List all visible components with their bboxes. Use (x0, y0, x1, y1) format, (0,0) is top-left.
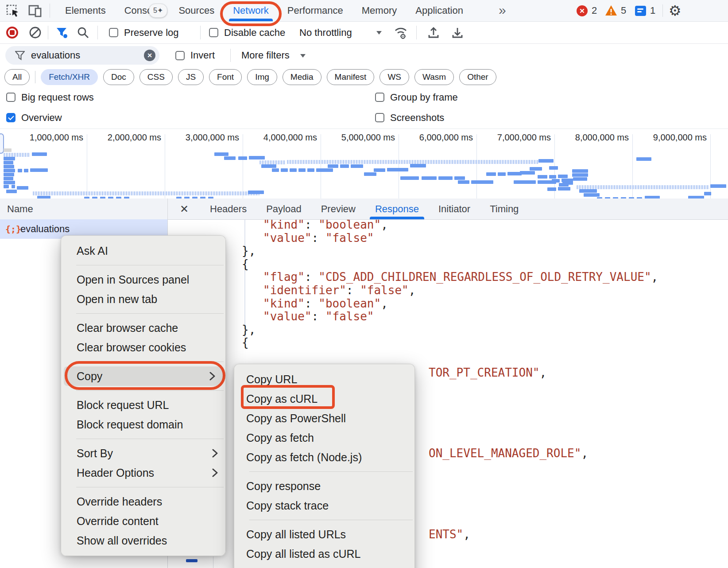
waterfall-bar (4, 169, 15, 172)
toolbar-divider (416, 26, 417, 39)
close-detail-icon[interactable]: ✕ (180, 198, 189, 219)
waterfall-bar (287, 160, 538, 164)
menu-item-open-in-new-tab[interactable]: Open in new tab (61, 289, 225, 309)
response-json-line: }, (242, 323, 256, 336)
chip-js[interactable]: JS (178, 69, 204, 85)
pretty-print-icon[interactable] (186, 559, 197, 562)
menu-item-block-request-url[interactable]: Block request URL (61, 395, 225, 415)
big-request-rows-checkbox[interactable] (6, 93, 15, 102)
overview-checkbox[interactable] (6, 113, 15, 122)
more-filters-button[interactable]: More filters (241, 44, 290, 67)
menu-separator (76, 362, 224, 362)
menu-item-sort-by[interactable]: Sort By (61, 444, 225, 463)
response-json-line: ON_LEVEL_MANAGED_ROLE", (429, 447, 588, 460)
detail-tab-headers[interactable]: Headers (200, 198, 256, 219)
menu-item-copy-all-listed-urls[interactable]: Copy all listed URLs (234, 525, 414, 544)
chip-img[interactable]: Img (247, 69, 277, 85)
chip-doc[interactable]: Doc (103, 69, 134, 85)
record-icon[interactable] (6, 27, 18, 39)
menu-item-copy-as-curl[interactable]: Copy as cURL (234, 389, 414, 408)
inspect-icon[interactable] (6, 4, 19, 18)
menu-item-copy-stack-trace[interactable]: Copy stack trace (234, 496, 414, 515)
toolbar-divider (48, 26, 48, 39)
tab-application[interactable]: Application (406, 0, 472, 21)
waterfall-bar (498, 172, 506, 176)
tab-network[interactable]: Network (224, 0, 278, 21)
menu-item-override-headers[interactable]: Override headers (61, 492, 225, 511)
settings-gear-icon[interactable]: ⚙ (669, 0, 682, 21)
disable-cache-checkbox[interactable] (209, 28, 218, 37)
name-column-header[interactable]: Name (7, 198, 33, 219)
chip-all[interactable]: All (4, 69, 30, 85)
menu-item-clear-browser-cache[interactable]: Clear browser cache (61, 318, 225, 338)
detail-tab-initiator[interactable]: Initiator (429, 198, 480, 219)
clear-icon[interactable] (29, 27, 41, 39)
menu-item-copy-all-listed-as-powershell[interactable]: Copy all listed as PowerShell (234, 564, 414, 568)
tab-performance[interactable]: Performance (278, 0, 352, 21)
menu-item-override-content[interactable]: Override content (61, 511, 225, 531)
chip-media[interactable]: Media (283, 69, 321, 85)
waterfall-bar (298, 168, 306, 172)
throttling-caret-icon[interactable] (376, 31, 382, 35)
throttling-select[interactable]: No throttling (299, 22, 352, 43)
menu-separator (249, 520, 413, 520)
menu-item-copy-as-fetch[interactable]: Copy as fetch (234, 428, 414, 447)
more-filters-caret-icon[interactable] (300, 54, 306, 58)
tab-sources[interactable]: Sources (169, 0, 224, 21)
tab-elements[interactable]: Elements (56, 0, 115, 21)
tab-memory[interactable]: Memory (352, 0, 406, 21)
disable-cache-label: Disable cache (224, 22, 285, 43)
timeline-gridline (476, 134, 477, 198)
menu-item-open-in-sources-panel[interactable]: Open in Sources panel (61, 270, 225, 289)
export-har-icon[interactable] (451, 26, 464, 39)
detail-tab-timing[interactable]: Timing (480, 198, 528, 219)
request-hover-badge[interactable]: 5✦ (149, 4, 167, 18)
error-badge-icon[interactable]: ✕ (577, 5, 588, 16)
menu-item-show-all-overrides[interactable]: Show all overrides (61, 531, 225, 550)
device-toolbar-icon[interactable] (28, 4, 43, 18)
more-tabs-icon[interactable]: » (499, 0, 506, 21)
menu-item-header-options[interactable]: Header Options (61, 463, 225, 482)
menu-item-ask-ai[interactable]: Ask AI (61, 241, 225, 261)
menu-item-clear-browser-cookies[interactable]: Clear browser cookies (61, 338, 225, 357)
group-by-frame-checkbox[interactable] (375, 93, 384, 102)
menu-item-copy-all-listed-as-curl[interactable]: Copy all listed as cURL (234, 544, 414, 564)
waterfall-bar (4, 177, 13, 180)
invert-checkbox[interactable] (175, 51, 185, 60)
chip-manifest[interactable]: Manifest (327, 69, 375, 85)
menu-item-copy[interactable]: Copy (64, 366, 223, 386)
menu-item-copy-url[interactable]: Copy URL (234, 370, 414, 389)
menu-item-copy-as-powershell[interactable]: Copy as PowerShell (234, 408, 414, 428)
network-conditions-icon[interactable] (394, 26, 408, 39)
menu-item-copy-as-fetch-node-js-[interactable]: Copy as fetch (Node.js) (234, 447, 414, 467)
active-tab-underline (229, 19, 273, 21)
response-json-line: "flag": "CDS_ADD_CHILDREN_REGARDLESS_OF_… (263, 270, 658, 284)
clear-filter-icon[interactable]: ✕ (144, 50, 155, 61)
filter-icon[interactable] (56, 27, 68, 39)
warning-badge-icon[interactable] (605, 5, 617, 16)
detail-tab-preview[interactable]: Preview (311, 198, 365, 219)
preserve-log-checkbox[interactable] (109, 28, 118, 37)
screenshots-checkbox[interactable] (375, 113, 384, 122)
chip-fetchxhr[interactable]: Fetch/XHR (41, 69, 98, 85)
chip-font[interactable]: Font (209, 69, 242, 85)
network-overview-timeline[interactable]: 1,000,000 ms2,000,000 ms3,000,000 ms4,00… (0, 128, 728, 199)
chip-css[interactable]: CSS (139, 69, 173, 85)
chip-ws[interactable]: WS (379, 69, 409, 85)
detail-tab-payload[interactable]: Payload (256, 198, 311, 219)
chip-wasm[interactable]: Wasm (414, 69, 454, 85)
big-request-rows-label: Big request rows (21, 87, 94, 108)
timeline-gridline (399, 134, 399, 198)
menu-item-block-request-domain[interactable]: Block request domain (61, 415, 225, 434)
search-icon[interactable] (77, 27, 89, 39)
menu-item-copy-response[interactable]: Copy response (234, 476, 414, 496)
chip-other[interactable]: Other (459, 69, 496, 85)
import-har-icon[interactable] (427, 26, 440, 39)
timeline-gridline (87, 134, 87, 198)
waterfall-bar (328, 164, 338, 168)
message-badge-icon[interactable] (635, 6, 646, 16)
filter-input[interactable]: evaluations ✕ (5, 46, 159, 65)
toolbar-divider (97, 26, 98, 39)
screenshots-label: Screenshots (390, 107, 444, 128)
detail-tab-response[interactable]: Response (365, 198, 429, 219)
